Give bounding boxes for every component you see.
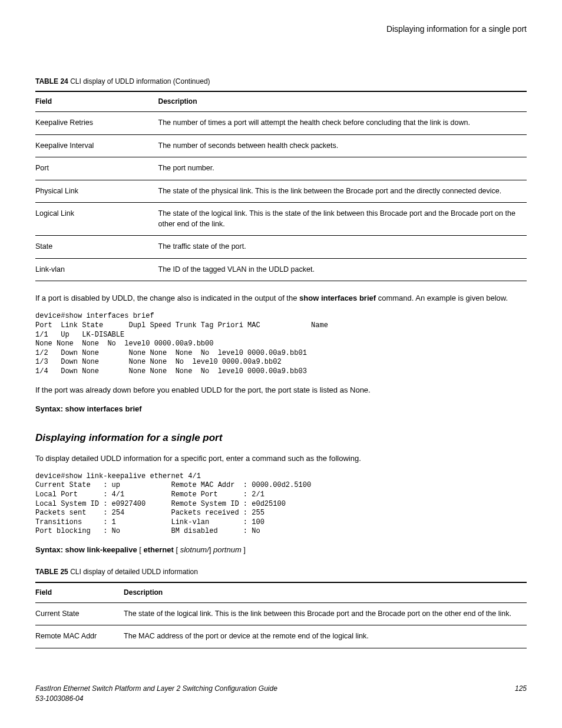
cell-field: Keepalive Retries (35, 112, 158, 135)
text: If a port is disabled by UDLD, the chang… (35, 294, 299, 302)
footer-left: FastIron Ethernet Switch Platform and La… (35, 684, 277, 704)
table25-head-desc: Description (124, 582, 527, 602)
cell-desc: The port number. (158, 157, 527, 180)
section-intro-paragraph: To display detailed UDLD information for… (35, 453, 527, 464)
cell-desc: The MAC address of the port or device at… (124, 625, 527, 648)
cell-desc: The state of the logical link. This is t… (124, 602, 527, 625)
syntax-link-keepalive: Syntax: show link-keepalive [ ethernet [… (35, 545, 527, 555)
table-row: Remote MAC AddrThe MAC address of the po… (35, 625, 527, 648)
code-block-link-keepalive: device#show link-keepalive ethernet 4/1 … (35, 472, 527, 536)
table-row: Logical LinkThe state of the logical lin… (35, 203, 527, 236)
table24-caption-label: TABLE 24 (35, 77, 70, 85)
cell-field: State (35, 236, 158, 259)
footer-page-number: 125 (515, 684, 527, 704)
syntax-kw: ethernet (144, 545, 174, 554)
table25: Field Description Current StateThe state… (35, 582, 527, 648)
cell-field: Current State (35, 602, 124, 625)
paragraph-after-code1: If the port was already down before you … (35, 385, 527, 396)
table-row: Keepalive IntervalThe number of seconds … (35, 134, 527, 157)
table-row: PortThe port number. (35, 157, 527, 180)
table-row: Physical LinkThe state of the physical l… (35, 180, 527, 203)
syntax-text: ] (242, 545, 246, 554)
table24: Field Description Keepalive RetriesThe n… (35, 91, 527, 281)
cell-desc: The number of times a port will attempt … (158, 112, 527, 135)
table-row: Keepalive RetriesThe number of times a p… (35, 112, 527, 135)
table25-caption-label: TABLE 25 (35, 568, 70, 576)
syntax-interfaces-brief: Syntax: show interfaces brief (35, 404, 527, 414)
syntax-param: slotnum/ (180, 545, 209, 554)
table-row: Link-vlanThe ID of the tagged VLAN in th… (35, 258, 527, 281)
table24-caption: TABLE 24 CLI display of UDLD information… (35, 77, 527, 87)
footer-doc-title: FastIron Ethernet Switch Platform and La… (35, 684, 277, 694)
cell-desc: The ID of the tagged VLAN in the UDLD pa… (158, 258, 527, 281)
syntax-param: portnum (213, 545, 242, 554)
cell-desc: The number of seconds between health che… (158, 134, 527, 157)
syntax-text: [ (174, 545, 180, 554)
cell-field: Link-vlan (35, 258, 158, 281)
table25-head-field: Field (35, 582, 124, 602)
cell-field: Physical Link (35, 180, 158, 203)
page-header-title: Displaying information for a single port (35, 24, 527, 35)
table25-caption-text: CLI display of detailed UDLD information (70, 568, 198, 576)
page-footer: FastIron Ethernet Switch Platform and La… (35, 684, 527, 704)
syntax-kw: Syntax: show link-keepalive (35, 545, 137, 554)
syntax-text: ] (209, 545, 213, 554)
cell-field: Port (35, 157, 158, 180)
command-name: show interfaces brief (299, 294, 376, 302)
syntax-text: [ (137, 545, 144, 554)
table24-head-field: Field (35, 91, 158, 111)
table25-caption: TABLE 25 CLI display of detailed UDLD in… (35, 567, 527, 577)
table-row: Current StateThe state of the logical li… (35, 602, 527, 625)
section-title: Displaying information for a single port (35, 431, 527, 445)
code-block-interfaces-brief: device#show interfaces brief Port Link S… (35, 312, 527, 376)
table24-caption-text: CLI display of UDLD information (Continu… (70, 77, 210, 85)
cell-field: Remote MAC Addr (35, 625, 124, 648)
cell-field: Keepalive Interval (35, 134, 158, 157)
table-row: StateThe traffic state of the port. (35, 236, 527, 259)
cell-desc: The state of the physical link. This is … (158, 180, 527, 203)
table24-head-desc: Description (158, 91, 527, 111)
cell-desc: The traffic state of the port. (158, 236, 527, 259)
footer-doc-number: 53-1003086-04 (35, 694, 277, 704)
text: command. An example is given below. (376, 294, 508, 302)
cell-desc: The state of the logical link. This is t… (158, 203, 527, 236)
paragraph-after-table24: If a port is disabled by UDLD, the chang… (35, 293, 527, 304)
cell-field: Logical Link (35, 203, 158, 236)
